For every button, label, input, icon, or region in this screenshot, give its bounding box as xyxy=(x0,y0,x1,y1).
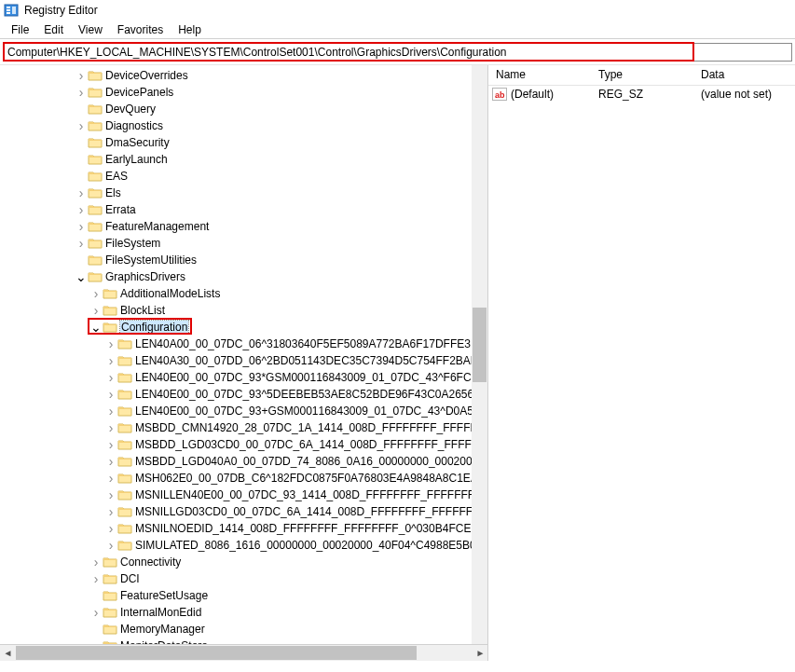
chevron-down-icon[interactable]: ⌄ xyxy=(89,322,103,332)
chevron-right-icon[interactable]: › xyxy=(89,572,103,585)
tree-item[interactable]: ›MSNILLGD03CD0_00_07DC_6A_1414_008D_FFFF… xyxy=(0,503,487,520)
tree-item[interactable]: ›MSH062E0_00_07DB_C6^182FDC0875F0A76803E… xyxy=(0,470,487,487)
registry-tree[interactable]: ›DeviceOverrides›DevicePanelsDevQuery›Di… xyxy=(0,65,487,661)
folder-icon xyxy=(88,203,103,216)
tree-item-label: EarlyLaunch xyxy=(105,153,168,166)
tree-item[interactable]: ›BlockList xyxy=(0,302,487,319)
chevron-right-icon[interactable]: › xyxy=(104,472,117,485)
tree-item[interactable]: ›DCI xyxy=(0,570,487,587)
scrollbar-thumb[interactable] xyxy=(16,646,417,660)
menu-view[interactable]: View xyxy=(71,21,110,38)
tree-item[interactable]: ›LEN40E00_00_07DC_93*GSM000116843009_01_… xyxy=(0,369,487,386)
scrollbar-thumb[interactable] xyxy=(473,308,487,382)
tree-item[interactable]: EarlyLaunch xyxy=(0,151,487,168)
tree-item[interactable]: ›MSNILNOEDID_1414_008D_FFFFFFFF_FFFFFFFF… xyxy=(0,520,487,537)
folder-icon xyxy=(103,623,117,636)
chevron-right-icon[interactable]: › xyxy=(104,505,117,518)
tree-item[interactable]: ›FeatureManagement xyxy=(0,218,487,235)
tree-item[interactable]: ›FileSystem xyxy=(0,235,487,252)
tree-item-label: SIMULATED_8086_1616_00000000_00020000_40… xyxy=(135,539,488,552)
tree-item[interactable]: ⌄GraphicsDrivers xyxy=(0,268,487,285)
folder-icon xyxy=(117,522,132,535)
tree-item[interactable]: ›Els xyxy=(0,185,487,201)
value-row[interactable]: ab(Default)REG_SZ(value not set) xyxy=(488,86,795,103)
tree-item[interactable]: ›LEN40A00_00_07DC_06^31803640F5EF5089A77… xyxy=(0,336,487,352)
tree-item-label: Diagnostics xyxy=(105,119,163,132)
folder-icon xyxy=(103,555,117,569)
folder-icon xyxy=(117,488,132,501)
chevron-right-icon[interactable]: › xyxy=(104,539,117,552)
tree-item[interactable]: ›DevicePanels xyxy=(0,84,487,101)
tree-item-label: MSNILNOEDID_1414_008D_FFFFFFFF_FFFFFFFF_… xyxy=(135,522,488,535)
chevron-right-icon[interactable]: › xyxy=(104,354,117,367)
chevron-right-icon[interactable]: › xyxy=(104,522,117,535)
tree-item-label: DevicePanels xyxy=(105,86,173,99)
folder-icon xyxy=(117,388,132,401)
tree-item-label: FileSystem xyxy=(105,237,160,250)
tree-panel[interactable]: ›DeviceOverrides›DevicePanelsDevQuery›Di… xyxy=(0,65,488,661)
chevron-right-icon[interactable]: › xyxy=(89,287,103,300)
menu-edit[interactable]: Edit xyxy=(36,21,71,38)
tree-item-label: MSNILLEN40E00_00_07DC_93_1414_008D_FFFFF… xyxy=(135,488,488,501)
chevron-right-icon[interactable]: › xyxy=(75,69,88,82)
tree-item[interactable]: ›Connectivity xyxy=(0,554,487,570)
tree-item[interactable]: ›LEN40A30_00_07DD_06^2BD051143DEC35C7394… xyxy=(0,352,487,369)
chevron-right-icon[interactable]: › xyxy=(104,438,117,451)
scroll-right-icon[interactable]: ► xyxy=(473,645,488,661)
chevron-right-icon[interactable]: › xyxy=(75,203,88,216)
tree-item[interactable]: ›Diagnostics xyxy=(0,117,487,134)
tree-item[interactable]: ⌄Configuration xyxy=(0,319,487,336)
tree-item[interactable]: EAS xyxy=(0,168,487,185)
chevron-right-icon[interactable]: › xyxy=(104,421,117,434)
tree-item[interactable]: ›AdditionalModeLists xyxy=(0,285,487,302)
menu-favorites[interactable]: Favorites xyxy=(110,21,171,38)
tree-item[interactable]: ›MSBDD_CMN14920_28_07DC_1A_1414_008D_FFF… xyxy=(0,419,487,436)
tree-item[interactable]: ›InternalMonEdid xyxy=(0,604,487,621)
tree-item[interactable]: FileSystemUtilities xyxy=(0,252,487,268)
tree-item[interactable]: ›DeviceOverrides xyxy=(0,67,487,84)
menu-help[interactable]: Help xyxy=(171,21,209,38)
tree-item[interactable]: FeatureSetUsage xyxy=(0,587,487,604)
tree-item[interactable]: ›Errata xyxy=(0,201,487,218)
chevron-right-icon[interactable]: › xyxy=(104,488,117,501)
chevron-down-icon[interactable]: ⌄ xyxy=(75,272,88,281)
chevron-right-icon[interactable]: › xyxy=(104,337,117,350)
chevron-right-icon[interactable]: › xyxy=(75,237,88,250)
tree-item[interactable]: ›LEN40E00_00_07DC_93^5DEEBEB53AE8C52BDE9… xyxy=(0,386,487,403)
column-header-data[interactable]: Data xyxy=(693,65,795,85)
chevron-right-icon[interactable]: › xyxy=(104,405,117,418)
values-list[interactable]: ab(Default)REG_SZ(value not set) xyxy=(488,86,795,103)
folder-icon xyxy=(88,119,103,132)
tree-item[interactable]: DevQuery xyxy=(0,101,487,117)
chevron-right-icon[interactable]: › xyxy=(89,304,103,317)
values-panel[interactable]: Name Type Data ab(Default)REG_SZ(value n… xyxy=(488,65,795,661)
chevron-right-icon[interactable]: › xyxy=(75,119,88,132)
folder-icon xyxy=(103,572,117,585)
chevron-right-icon[interactable]: › xyxy=(89,606,103,619)
column-header-type[interactable]: Type xyxy=(591,65,693,85)
tree-item-label: Connectivity xyxy=(120,555,181,569)
chevron-right-icon[interactable]: › xyxy=(89,555,103,569)
column-header-name[interactable]: Name xyxy=(488,65,591,85)
chevron-right-icon[interactable]: › xyxy=(104,388,117,401)
tree-vertical-scrollbar[interactable] xyxy=(472,65,487,645)
svg-rect-4 xyxy=(12,7,16,14)
chevron-right-icon[interactable]: › xyxy=(75,220,88,233)
tree-horizontal-scrollbar[interactable]: ◄ ► xyxy=(0,645,488,661)
tree-item[interactable]: MemoryManager xyxy=(0,621,487,638)
tree-item[interactable]: ›SIMULATED_8086_1616_00000000_00020000_4… xyxy=(0,537,487,554)
address-bar[interactable] xyxy=(3,43,792,62)
tree-item[interactable]: ›MSBDD_LGD03CD0_00_07DC_6A_1414_008D_FFF… xyxy=(0,436,487,453)
tree-item[interactable]: ›LEN40E00_00_07DC_93+GSM000116843009_01_… xyxy=(0,403,487,419)
svg-rect-2 xyxy=(7,9,10,11)
tree-item-label: EAS xyxy=(105,170,128,183)
tree-item[interactable]: ›MSNILLEN40E00_00_07DC_93_1414_008D_FFFF… xyxy=(0,487,487,503)
tree-item[interactable]: DmaSecurity xyxy=(0,134,487,151)
chevron-right-icon[interactable]: › xyxy=(75,186,88,199)
tree-item[interactable]: ›MSBDD_LGD040A0_00_07DD_74_8086_0A16_000… xyxy=(0,453,487,470)
chevron-right-icon[interactable]: › xyxy=(75,86,88,99)
chevron-right-icon[interactable]: › xyxy=(104,455,117,468)
chevron-right-icon[interactable]: › xyxy=(104,371,117,384)
scroll-left-icon[interactable]: ◄ xyxy=(0,645,16,661)
menu-file[interactable]: File xyxy=(4,21,36,38)
